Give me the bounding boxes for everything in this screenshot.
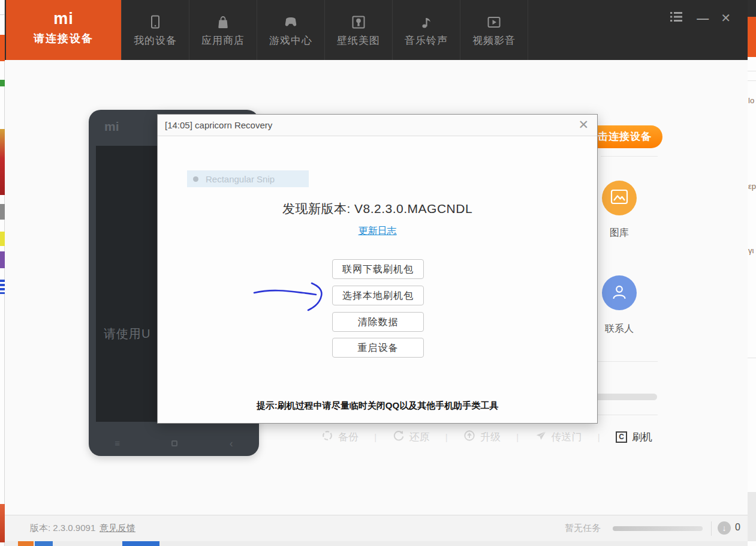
tab-label: 请连接设备 bbox=[6, 31, 121, 46]
clear-data-button[interactable]: 清除数据 bbox=[332, 312, 424, 332]
changelog-link-row: 更新日志 bbox=[158, 225, 597, 238]
toolbar-separator: | bbox=[374, 432, 377, 442]
gallery-icon bbox=[610, 189, 628, 207]
tab-game-center[interactable]: 游戏中心 bbox=[257, 0, 324, 60]
background-fragment bbox=[35, 541, 53, 546]
background-window-left-edge bbox=[0, 0, 5, 546]
navbar-divider bbox=[528, 0, 528, 60]
feature-toolbar: 备份 | 还原 | 升级 | 传送门 | C 刷机 bbox=[321, 427, 652, 447]
dialog-titlebar[interactable]: [14:05] capricorn Recovery ✕ bbox=[158, 115, 597, 136]
tab-app-store[interactable]: 应用商店 bbox=[189, 0, 257, 60]
restore-button[interactable]: 还原 bbox=[393, 430, 430, 445]
menu-list-icon[interactable] bbox=[669, 11, 683, 25]
download-queue-icon[interactable]: ↓ bbox=[718, 521, 731, 535]
background-fragment bbox=[0, 251, 5, 268]
tab-wallpapers[interactable]: 壁纸美图 bbox=[324, 0, 392, 60]
mi-logo: mi bbox=[6, 10, 121, 28]
paper-plane-icon bbox=[535, 430, 547, 445]
toolbar-label: 传送门 bbox=[552, 430, 582, 444]
restore-icon bbox=[393, 430, 405, 445]
contacts-label[interactable]: 联系人 bbox=[595, 323, 643, 335]
tab-label: 视频影音 bbox=[460, 34, 528, 47]
background-fragment bbox=[748, 17, 756, 57]
flash-button[interactable]: C 刷机 bbox=[616, 430, 652, 444]
tab-label: 游戏中心 bbox=[257, 34, 324, 47]
snip-tooltip-overlay: Rectangular Snip bbox=[187, 170, 309, 187]
toolbar-label: 备份 bbox=[338, 430, 359, 444]
tab-connect-device[interactable]: mi 请连接设备 bbox=[6, 0, 121, 60]
background-fragment bbox=[748, 358, 756, 358]
feedback-link[interactable]: 意见反馈 bbox=[100, 523, 135, 534]
gallery-button[interactable] bbox=[602, 181, 637, 215]
toolbar-separator: | bbox=[516, 432, 519, 442]
minimize-button[interactable]: — bbox=[697, 11, 707, 25]
background-window-bottom-edge bbox=[5, 541, 748, 546]
divider bbox=[594, 361, 658, 362]
phone-home-icon bbox=[171, 440, 177, 446]
phone-back-icon: ‹ bbox=[230, 439, 233, 448]
dialog-close-icon[interactable]: ✕ bbox=[578, 118, 589, 132]
download-rom-online-button[interactable]: 联网下载刷机包 bbox=[332, 259, 424, 279]
portal-button[interactable]: 传送门 bbox=[535, 430, 582, 445]
status-bar: 版本: 2.3.0.9091 意见反馈 暂无任务 ↓ 0 bbox=[5, 515, 748, 541]
background-fragment bbox=[748, 80, 756, 81]
gamepad-icon bbox=[257, 14, 324, 31]
phone-mi-logo: mi bbox=[104, 119, 119, 134]
phone-nav-bar: ≡ ‹ bbox=[89, 439, 259, 448]
background-fragment bbox=[0, 35, 5, 61]
phone-icon bbox=[122, 14, 189, 31]
toolbar-separator: | bbox=[598, 432, 600, 442]
tab-label: 应用商店 bbox=[189, 34, 257, 47]
no-task-text: 暂无任务 bbox=[565, 523, 601, 534]
window-controls: — ✕ bbox=[669, 11, 731, 25]
background-window-right-edge: lo εp γι bbox=[748, 0, 756, 546]
app-version-text: 版本: 2.3.0.9091 bbox=[30, 523, 95, 534]
recovery-dialog: [14:05] capricorn Recovery ✕ Rectangular… bbox=[157, 114, 598, 424]
background-fragment bbox=[0, 204, 5, 220]
mi-suite-window: mi 请连接设备 我的设备 应用商店 游戏中心 壁纸美图 音乐铃声 bbox=[5, 0, 748, 541]
snip-label: Rectangular Snip bbox=[206, 174, 275, 184]
background-fragment bbox=[18, 541, 34, 546]
changelog-link[interactable]: 更新日志 bbox=[359, 226, 397, 236]
tab-my-device[interactable]: 我的设备 bbox=[121, 0, 189, 60]
download-count: 0 bbox=[735, 522, 740, 533]
close-button[interactable]: ✕ bbox=[721, 11, 731, 25]
screen: lo εp γι mi 请连接设备 我的设备 应用商店 bbox=[0, 0, 756, 546]
gallery-label[interactable]: 图库 bbox=[595, 227, 643, 239]
toolbar-separator: | bbox=[445, 432, 448, 442]
top-navbar: mi 请连接设备 我的设备 应用商店 游戏中心 壁纸美图 音乐铃声 bbox=[5, 0, 748, 60]
statusbar-divider bbox=[711, 521, 712, 536]
select-local-rom-button[interactable]: 选择本地刷机包 bbox=[332, 286, 424, 305]
flash-tip-text: 提示:刷机过程中请尽量临时关闭QQ以及其他手机助手类工具 bbox=[158, 400, 597, 412]
backup-icon bbox=[321, 430, 333, 445]
contacts-button[interactable] bbox=[602, 275, 637, 310]
background-fragment bbox=[0, 14, 5, 15]
tab-video[interactable]: 视频影音 bbox=[460, 0, 528, 60]
background-text-fragment: εp bbox=[748, 182, 756, 191]
toolbar-label: 刷机 bbox=[632, 430, 652, 444]
tab-music-ringtones[interactable]: 音乐铃声 bbox=[392, 0, 460, 60]
tab-label: 壁纸美图 bbox=[325, 34, 392, 47]
background-fragment bbox=[748, 0, 756, 17]
upgrade-icon bbox=[463, 430, 475, 445]
upgrade-button[interactable]: 升级 bbox=[463, 430, 501, 445]
background-text-fragment: γι bbox=[748, 246, 754, 255]
background-fragment bbox=[0, 504, 5, 542]
snip-dot-icon bbox=[193, 176, 198, 182]
background-fragment bbox=[122, 541, 159, 546]
background-fragment bbox=[0, 232, 5, 246]
flash-icon: C bbox=[616, 431, 627, 443]
background-fragment bbox=[0, 280, 5, 294]
new-version-headline: 发现新版本: V8.2.3.0.MAGCNDL bbox=[158, 200, 597, 217]
shopping-bag-icon bbox=[189, 14, 257, 31]
backup-button[interactable]: 备份 bbox=[321, 430, 359, 445]
dialog-title: [14:05] capricorn Recovery bbox=[165, 120, 272, 130]
picture-icon bbox=[325, 14, 392, 31]
background-fragment bbox=[748, 492, 756, 541]
music-note-icon bbox=[393, 14, 460, 31]
reboot-device-button[interactable]: 重启设备 bbox=[332, 338, 424, 358]
background-fragment bbox=[748, 71, 756, 71]
toolbar-label: 升级 bbox=[480, 430, 501, 444]
tab-label: 我的设备 bbox=[122, 34, 189, 47]
task-progress-bar bbox=[613, 526, 703, 531]
